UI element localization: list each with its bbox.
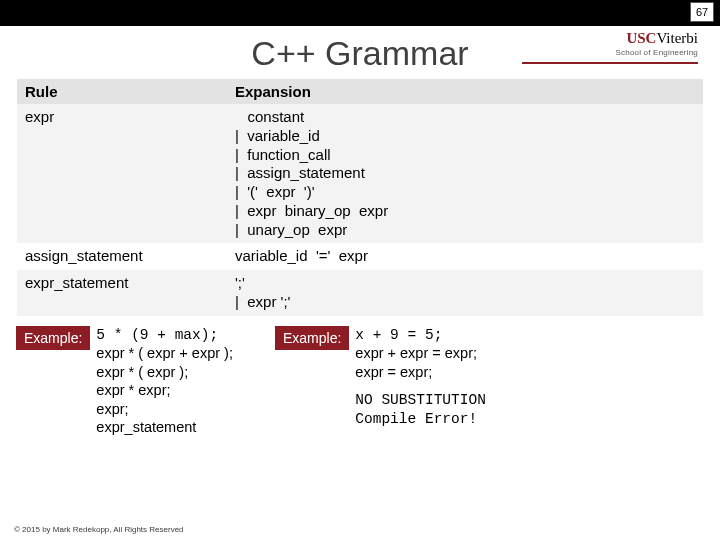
cell-rule: expr_statement <box>17 270 227 316</box>
logo-subtitle: School of Engineering <box>616 48 698 57</box>
copyright-footer: © 2015 by Mark Redekopp, All Rights Rese… <box>14 525 184 534</box>
example-2-deriv-0: expr + expr = expr; <box>355 344 486 363</box>
grammar-table: Rule Expansion expr constant | variable_… <box>17 79 703 316</box>
example-label: Example: <box>16 326 90 350</box>
example-1-code: 5 * (9 + max); <box>96 326 233 345</box>
table-row: assign_statement variable_id '=' expr <box>17 243 703 270</box>
logo-text: USCViterbi <box>616 30 698 47</box>
example-2-code: x + 9 = 5; <box>355 326 486 345</box>
example-1-deriv-4: expr_statement <box>96 418 233 437</box>
cell-expansion: constant | variable_id | function_call |… <box>227 104 703 243</box>
example-1: Example: 5 * (9 + max); expr * ( expr + … <box>16 326 233 437</box>
slide-title: C++ Grammar <box>0 34 720 73</box>
example-2: Example: x + 9 = 5; expr + expr = expr; … <box>275 326 486 437</box>
page-number: 67 <box>690 2 714 22</box>
cell-expansion: variable_id '=' expr <box>227 243 703 270</box>
example-1-deriv-2: expr * expr; <box>96 381 233 400</box>
usc-viterbi-logo: USCViterbi School of Engineering <box>616 30 698 57</box>
example-2-deriv-1: expr = expr; <box>355 363 486 382</box>
example-1-body: 5 * (9 + max); expr * ( expr + expr ); e… <box>96 326 233 437</box>
examples-area: Example: 5 * (9 + max); expr * ( expr + … <box>0 326 720 437</box>
table-row: expr constant | variable_id | function_c… <box>17 104 703 243</box>
example-1-deriv-3: expr; <box>96 400 233 419</box>
header-rule: Rule <box>17 79 227 104</box>
logo-usc: USC <box>626 30 656 46</box>
example-2-body: x + 9 = 5; expr + expr = expr; expr = ex… <box>355 326 486 429</box>
cell-rule: assign_statement <box>17 243 227 270</box>
table-header-row: Rule Expansion <box>17 79 703 104</box>
cell-rule: expr <box>17 104 227 243</box>
logo-separator <box>522 62 698 64</box>
logo-viterbi: Viterbi <box>656 30 698 46</box>
top-bar: 67 <box>0 0 720 26</box>
header-expansion: Expansion <box>227 79 703 104</box>
table-row: expr_statement ';' | expr ';' <box>17 270 703 316</box>
example-1-deriv-1: expr * ( expr ); <box>96 363 233 382</box>
example-1-deriv-0: expr * ( expr + expr ); <box>96 344 233 363</box>
example-2-error: NO SUBSTITUTION Compile Error! <box>355 391 486 428</box>
example-label: Example: <box>275 326 349 350</box>
cell-expansion: ';' | expr ';' <box>227 270 703 316</box>
